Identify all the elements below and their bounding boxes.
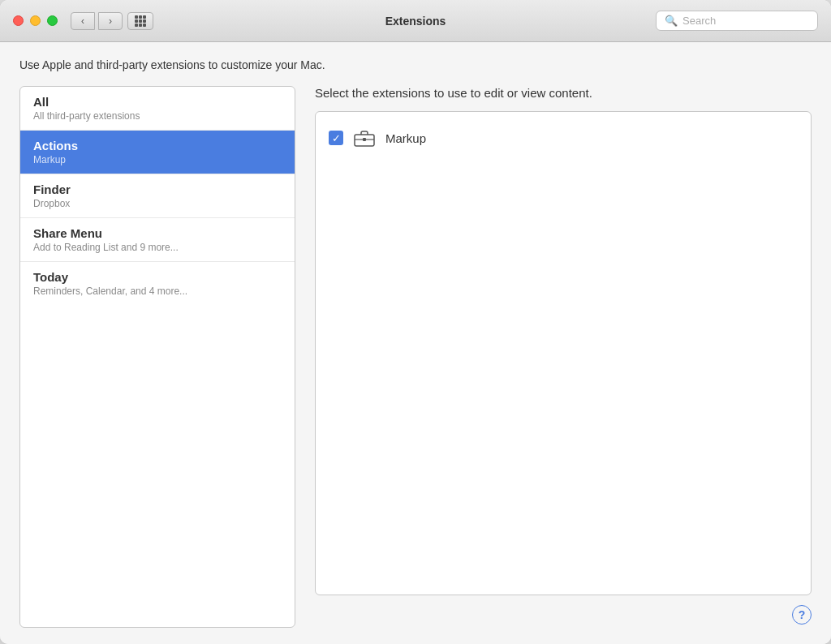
- forward-icon: ›: [109, 15, 112, 27]
- sidebar-item-actions[interactable]: Actions Markup: [20, 131, 295, 174]
- sidebar-item-all-title: All: [33, 95, 282, 109]
- sidebar-item-share-menu-subtitle: Add to Reading List and 9 more...: [33, 242, 282, 253]
- help-button[interactable]: ?: [792, 605, 812, 625]
- main-area: All All third-party extensions Actions M…: [19, 86, 812, 628]
- sidebar-item-actions-subtitle: Markup: [33, 154, 282, 165]
- sidebar-item-today[interactable]: Today Reminders, Calendar, and 4 more...: [20, 262, 295, 305]
- sidebar-item-finder[interactable]: Finder Dropbox: [20, 174, 295, 218]
- sidebar-item-today-subtitle: Reminders, Calendar, and 4 more...: [33, 286, 282, 297]
- back-button[interactable]: ‹: [71, 12, 95, 30]
- extension-item-markup: ✓ Markup: [329, 123, 798, 152]
- checkmark-icon: ✓: [332, 133, 341, 144]
- sidebar-item-share-menu-title: Share Menu: [33, 226, 282, 240]
- sidebar: All All third-party extensions Actions M…: [19, 86, 295, 628]
- forward-button[interactable]: ›: [98, 12, 123, 30]
- sidebar-item-today-title: Today: [33, 270, 282, 284]
- window-title: Extensions: [385, 15, 446, 28]
- help-area: ?: [315, 595, 812, 628]
- titlebar: ‹ › Extensions 🔍: [0, 0, 831, 42]
- grid-icon: [135, 15, 146, 27]
- nav-buttons: ‹ ›: [71, 12, 123, 30]
- sidebar-item-all-subtitle: All third-party extensions: [33, 110, 282, 122]
- panel-instruction: Select the extensions to use to edit or …: [315, 86, 812, 100]
- sidebar-item-actions-title: Actions: [33, 139, 282, 152]
- sidebar-item-finder-subtitle: Dropbox: [33, 198, 282, 209]
- sidebar-item-all[interactable]: All All third-party extensions: [20, 87, 295, 131]
- sidebar-item-share-menu[interactable]: Share Menu Add to Reading List and 9 mor…: [20, 218, 295, 262]
- sidebar-item-finder-title: Finder: [33, 182, 282, 196]
- svg-rect-2: [363, 138, 366, 141]
- extensions-list: ✓ Markup: [315, 111, 812, 595]
- main-window: ‹ › Extensions 🔍 Use Apple and third-par…: [0, 0, 831, 644]
- close-button[interactable]: [13, 15, 24, 26]
- back-icon: ‹: [81, 15, 84, 27]
- content-area: Use Apple and third-party extensions to …: [0, 42, 831, 644]
- right-panel: Select the extensions to use to edit or …: [295, 86, 812, 628]
- minimize-button[interactable]: [30, 15, 41, 26]
- maximize-button[interactable]: [47, 15, 58, 26]
- traffic-lights: [13, 15, 58, 26]
- grid-button[interactable]: [127, 12, 153, 30]
- search-bar[interactable]: 🔍: [656, 11, 818, 31]
- search-icon: 🔍: [665, 15, 678, 27]
- subtitle-text: Use Apple and third-party extensions to …: [19, 58, 812, 71]
- markup-checkbox[interactable]: ✓: [329, 131, 343, 145]
- search-input[interactable]: [682, 15, 809, 27]
- markup-extension-name: Markup: [385, 131, 426, 145]
- markup-icon: [353, 127, 376, 149]
